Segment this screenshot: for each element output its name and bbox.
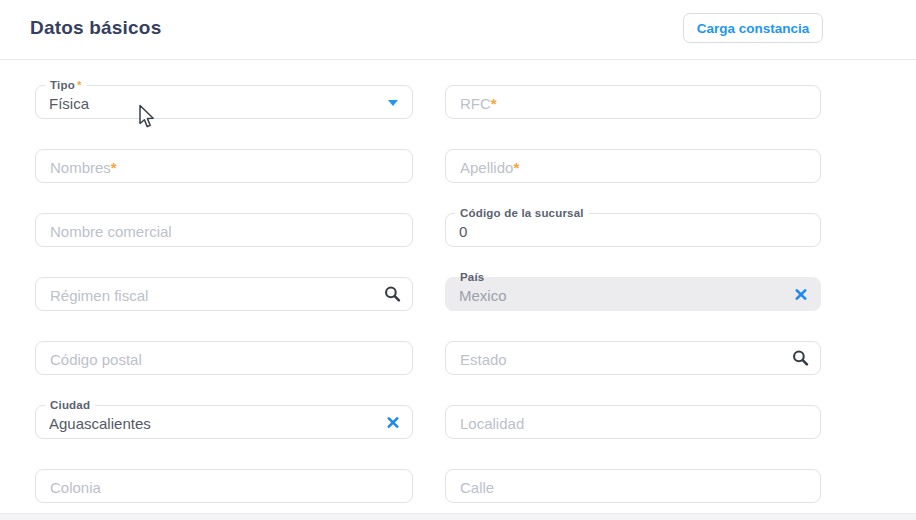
chevron-down-icon <box>388 100 398 106</box>
apellido-input[interactable] <box>446 150 820 182</box>
ciudad-input[interactable] <box>36 406 412 438</box>
localidad-field[interactable]: Localidad <box>445 405 821 439</box>
search-icon[interactable] <box>384 286 401 303</box>
regimen-fiscal-field[interactable]: Régimen fiscal <box>35 277 413 311</box>
pais-field: País <box>445 277 821 311</box>
nombre-comercial-field[interactable]: Nombre comercial <box>35 213 413 247</box>
regimen-fiscal-input[interactable] <box>36 278 412 310</box>
tipo-select[interactable]: Tipo* <box>35 85 413 119</box>
pais-value <box>446 278 820 310</box>
carga-constancia-button[interactable]: Carga constancia <box>683 13 823 43</box>
estado-field[interactable]: Estado <box>445 341 821 375</box>
rfc-field[interactable]: RFC* <box>445 85 821 119</box>
tipo-value[interactable] <box>36 86 412 118</box>
datos-basicos-panel: Datos básicos Carga constancia Tipo* RFC… <box>0 0 916 520</box>
colonia-input[interactable] <box>36 470 412 502</box>
calle-field[interactable]: Calle <box>445 469 821 503</box>
ciudad-field[interactable]: Ciudad <box>35 405 413 439</box>
localidad-input[interactable] <box>446 406 820 438</box>
nombres-input[interactable] <box>36 150 412 182</box>
codigo-postal-input[interactable] <box>36 342 412 374</box>
estado-input[interactable] <box>446 342 820 374</box>
bottom-section-divider <box>0 513 916 520</box>
clear-x-icon[interactable] <box>792 286 809 303</box>
apellido-field[interactable]: Apellido* <box>445 149 821 183</box>
codigo-sucursal-input[interactable] <box>446 214 820 246</box>
page-title: Datos básicos <box>30 17 161 39</box>
nombres-field[interactable]: Nombres* <box>35 149 413 183</box>
colonia-field[interactable]: Colonia <box>35 469 413 503</box>
rfc-input[interactable] <box>446 86 820 118</box>
search-icon[interactable] <box>792 350 809 367</box>
nombre-comercial-input[interactable] <box>36 214 412 246</box>
codigo-postal-field[interactable]: Código postal <box>35 341 413 375</box>
calle-input[interactable] <box>446 470 820 502</box>
header-divider <box>0 59 916 60</box>
clear-x-icon[interactable] <box>384 414 401 431</box>
codigo-sucursal-field[interactable]: Código de la sucursal <box>445 213 821 247</box>
